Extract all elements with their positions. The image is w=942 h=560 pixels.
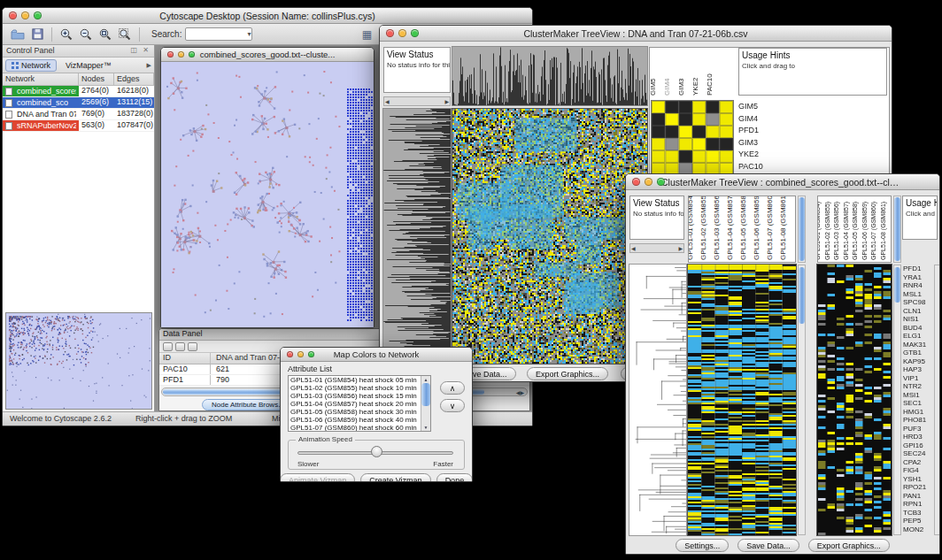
column-label[interactable]: GPL51-07 (GSM860) bbox=[870, 202, 876, 260]
dialog-titlebar[interactable]: Map Colors to Network bbox=[281, 348, 472, 362]
matrix-column-label[interactable]: PAC10 bbox=[706, 73, 714, 96]
gene-label[interactable]: FIG4 bbox=[903, 466, 933, 475]
vscroll-thumb[interactable] bbox=[421, 383, 430, 406]
scroll-right-icon[interactable]: ▶ bbox=[444, 98, 449, 104]
move-up-button[interactable]: ∧ bbox=[440, 381, 465, 395]
tv1-cluster-matrix[interactable] bbox=[652, 101, 733, 175]
gene-label[interactable]: HRD3 bbox=[903, 433, 933, 441]
attribute-item[interactable]: GPL51-02 (GSM855) heat shock 10 min bbox=[289, 384, 420, 392]
gene-label[interactable]: NIS1 bbox=[903, 315, 933, 324]
column-label[interactable]: GPL51-02 (GSM855) bbox=[824, 202, 830, 260]
export-graphics-button[interactable]: Export Graphics... bbox=[808, 539, 890, 552]
gene-label[interactable]: PFD1 bbox=[903, 265, 933, 273]
matrix-row-label[interactable]: GIM4 bbox=[738, 113, 795, 126]
zoom-window-button[interactable] bbox=[308, 351, 314, 357]
treeview-dna-titlebar[interactable]: ClusterMaker TreeView : DNA and Tran 07-… bbox=[380, 26, 892, 42]
column-label[interactable]: GPL51-04 (GSM857) bbox=[843, 202, 849, 260]
animate-vizmap-button[interactable]: Animate Vizmap bbox=[280, 473, 355, 482]
matrix-column-label[interactable]: YKE2 bbox=[691, 78, 699, 96]
matrix-column-label[interactable]: GIM5 bbox=[650, 78, 657, 96]
minimize-button[interactable] bbox=[21, 12, 29, 19]
close-button[interactable] bbox=[287, 351, 293, 357]
vscroll-thumb[interactable] bbox=[799, 267, 805, 324]
gene-label[interactable]: CPA2 bbox=[903, 458, 933, 467]
vscroll-thumb[interactable] bbox=[894, 267, 900, 303]
network-view-titlebar[interactable]: combined_scores_good.txt--cluste... bbox=[161, 48, 374, 62]
tv1-column-dendrogram[interactable] bbox=[452, 47, 647, 105]
scroll-right-icon[interactable]: ▶ bbox=[678, 245, 683, 251]
vscroll-thumb[interactable] bbox=[799, 197, 805, 261]
matrix-row-label[interactable]: PAC10 bbox=[738, 161, 795, 173]
gene-label[interactable]: PAN1 bbox=[903, 492, 933, 501]
select-attributes-icon[interactable] bbox=[163, 342, 173, 351]
column-label[interactable]: GPL51-01 (GSM854) bbox=[817, 202, 821, 260]
column-label[interactable]: GPL51-04 (GSM857) bbox=[726, 196, 734, 260]
scroll-left-icon[interactable]: ◀ bbox=[385, 98, 390, 104]
create-vizmap-button[interactable]: Create Vizmap bbox=[360, 473, 430, 482]
matrix-column-label[interactable]: GIM3 bbox=[677, 78, 685, 96]
gene-label[interactable]: BUD4 bbox=[903, 324, 933, 333]
column-label[interactable]: GPL51-02 (GSM855) bbox=[699, 196, 707, 260]
label-vscrollbar[interactable] bbox=[798, 196, 806, 263]
zoom-selected-icon[interactable] bbox=[97, 27, 113, 42]
matrix-row-label[interactable]: YKE2 bbox=[738, 149, 795, 161]
cytoscape-titlebar[interactable]: Cytoscape Desktop (Session Name: collins… bbox=[3, 8, 532, 24]
gene-label[interactable]: KAP95 bbox=[903, 357, 933, 366]
close-button[interactable] bbox=[9, 12, 17, 19]
tv2-row-dendrogram[interactable] bbox=[629, 265, 686, 535]
minimize-button[interactable] bbox=[645, 178, 652, 186]
gene-label[interactable]: CLN1 bbox=[903, 307, 933, 316]
close-button[interactable] bbox=[632, 178, 640, 186]
zoom-window-button[interactable] bbox=[411, 29, 419, 37]
panel-window-icons[interactable]: ◫ ✕ bbox=[131, 46, 151, 56]
gene-label[interactable]: SEC1 bbox=[903, 399, 933, 408]
save-icon[interactable] bbox=[29, 27, 45, 42]
create-attrib-icon[interactable] bbox=[175, 342, 185, 351]
network-table-row[interactable]: sRNAPuberNov2 563(0) 107847(0) bbox=[3, 120, 154, 132]
heatmap-vscrollbar[interactable] bbox=[798, 265, 806, 535]
hscroll-arrows-icon[interactable]: ◀▶ bbox=[516, 389, 524, 395]
open-file-icon[interactable] bbox=[10, 27, 26, 42]
column-label[interactable]: GPL51-05 (GSM858) bbox=[852, 202, 858, 260]
scroll-up-icon[interactable]: ▲ bbox=[421, 377, 430, 382]
done-button[interactable]: Done bbox=[436, 473, 473, 482]
tab-network[interactable]: Network bbox=[5, 59, 57, 72]
tv2-selection-heatmap[interactable] bbox=[817, 265, 892, 535]
gene-label[interactable]: MAK31 bbox=[903, 341, 933, 349]
gene-label[interactable]: SPC98 bbox=[903, 298, 933, 307]
gene-label[interactable]: ELG1 bbox=[903, 332, 933, 341]
dendrogram-hscrollbar[interactable]: ◀▶ bbox=[383, 96, 451, 106]
column-label[interactable]: GPL51-06 (GSM859) bbox=[753, 196, 761, 260]
matrix-row-label[interactable]: PFD1 bbox=[738, 125, 795, 137]
gene-label[interactable]: YSH1 bbox=[903, 475, 933, 484]
gene-label[interactable]: MSI1 bbox=[903, 391, 933, 400]
matrix-row-label[interactable]: GIM5 bbox=[738, 101, 795, 113]
tv1-heatmap[interactable] bbox=[452, 109, 647, 364]
tab-scroll-right-icon[interactable]: ▶ bbox=[147, 62, 151, 69]
animation-speed-slider[interactable] bbox=[371, 446, 382, 457]
gene-label[interactable]: PEP5 bbox=[903, 517, 933, 525]
tv1-row-dendrogram[interactable] bbox=[383, 109, 451, 364]
zoom-in-icon[interactable] bbox=[58, 27, 74, 42]
attribute-item[interactable]: GPL51-01 (GSM854) heat shock 05 min bbox=[289, 376, 420, 384]
grid-view-icon[interactable]: ▦ bbox=[359, 27, 374, 42]
column-label[interactable]: GPL51-01 (GSM854) bbox=[688, 196, 694, 260]
gene-label[interactable]: SEC24 bbox=[903, 449, 933, 458]
gene-label[interactable]: PHO81 bbox=[903, 416, 933, 425]
network-table-row[interactable]: combined_sco 2569(6) 13112(15) bbox=[3, 97, 154, 109]
settings-button[interactable]: Settings... bbox=[676, 539, 729, 552]
zoom-fit-icon[interactable] bbox=[117, 27, 133, 42]
column-label[interactable]: GPL51-03 (GSM856) bbox=[833, 202, 839, 260]
list-vscrollbar[interactable]: ▲ ▼ bbox=[421, 376, 430, 431]
gene-label[interactable]: PUF3 bbox=[903, 425, 933, 433]
column-label[interactable]: GPL51-03 (GSM856) bbox=[713, 196, 721, 260]
column-label[interactable]: GPL51-08 (GSM861) bbox=[880, 202, 886, 260]
network-table-row[interactable]: combined_scores 2764(0) 16218(0) bbox=[3, 86, 154, 97]
treeview-combined-titlebar[interactable]: ClusterMaker TreeView : combined_scores_… bbox=[626, 174, 939, 190]
minimize-button[interactable] bbox=[398, 29, 406, 37]
gene-label[interactable]: GPI16 bbox=[903, 441, 933, 450]
gene-label[interactable]: RPO21 bbox=[903, 483, 933, 492]
close-button[interactable] bbox=[386, 29, 394, 37]
move-down-button[interactable]: ∨ bbox=[440, 399, 465, 412]
minimize-button[interactable] bbox=[178, 51, 184, 58]
